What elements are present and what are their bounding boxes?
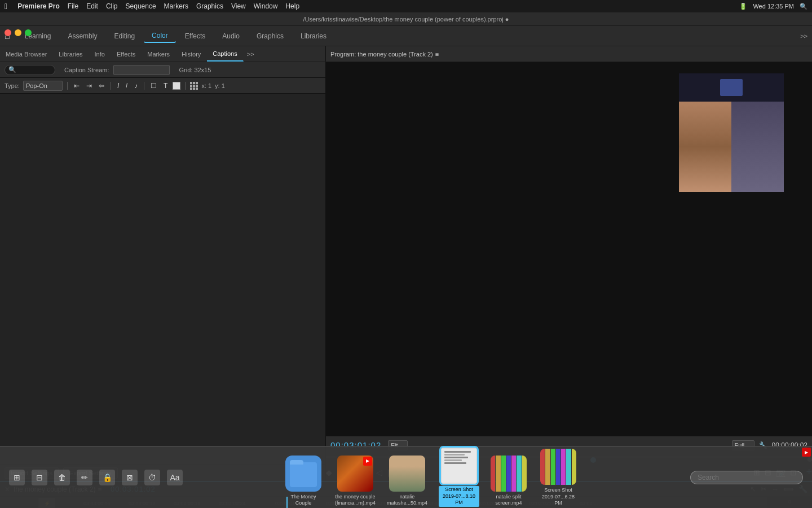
natalie-icon: ▶ <box>389 456 425 492</box>
finder-item-couple-video[interactable]: ▶ the money couple(financia...m).mp4 <box>335 456 376 507</box>
finder-icon-view[interactable]: ⊞ <box>9 470 25 485</box>
finder-item-folder[interactable]: The Money Couple <box>283 456 324 507</box>
tab-assembly[interactable]: Assembly <box>60 30 105 42</box>
align-right-btn[interactable]: ⇦ <box>97 81 106 90</box>
italic2-btn[interactable]: I <box>124 82 129 89</box>
finder-item-screenshot2[interactable]: Screen Shot2019-07...6.28 PM <box>538 449 579 507</box>
tab-libraries[interactable]: Libraries <box>293 30 334 42</box>
menu-window[interactable]: Window <box>254 2 278 10</box>
finder-timer[interactable]: ⏱ <box>144 470 160 485</box>
finder-item-split[interactable]: natalie splitscreen.mp4 <box>491 456 527 507</box>
tab-history[interactable]: History <box>176 46 207 62</box>
tab-media-browser[interactable]: Media Browser <box>0 46 53 62</box>
text-btn[interactable]: T <box>162 81 169 90</box>
natalie-label: nataliematushe...50.mp4 <box>387 494 427 507</box>
caption-content-area[interactable] <box>0 94 325 464</box>
menu-clip[interactable]: Clip <box>106 2 118 10</box>
battery-icon: 🔋 <box>739 3 747 10</box>
main-content: 🔍 Caption Stream: Grid: 32x15 Type: Pop-… <box>0 62 812 481</box>
finder-tools: ⊞ ⊟ 🗑 ✏ 🔒 ⊠ ⏱ Aa <box>9 470 183 485</box>
split-icon <box>491 456 527 492</box>
menu-sequence[interactable]: Sequence <box>126 2 156 10</box>
menu-markers[interactable]: Markers <box>164 2 188 10</box>
italic-btn[interactable]: I <box>116 81 121 90</box>
x-coord: x: 1 <box>201 82 211 89</box>
caption-search[interactable]: 🔍 <box>5 65 55 75</box>
video-people <box>679 102 784 192</box>
finder-items: The Money Couple ▶ the money couple(fina… <box>183 448 679 507</box>
tab-graphics[interactable]: Graphics <box>249 30 292 42</box>
finder-item-natalie[interactable]: ▶ nataliematushe...50.mp4 <box>387 456 427 507</box>
video-top-bar <box>679 73 784 102</box>
screenshot2-label: Screen Shot2019-07...6.28 PM <box>538 487 579 507</box>
finder-list-view[interactable]: ⊟ <box>32 470 47 485</box>
left-panel: 🔍 Caption Stream: Grid: 32x15 Type: Pop-… <box>0 62 326 481</box>
close-button[interactable] <box>5 29 11 36</box>
finder-search-input[interactable] <box>690 471 803 484</box>
right-panel-tabs: Program: the money couple (Track 2) ≡ <box>326 46 812 62</box>
screenshot2-icon <box>540 449 576 485</box>
screenshot-thumbnail <box>441 448 477 484</box>
titlebar: /Users/krisstinawise/Desktop/the money c… <box>0 12 812 26</box>
program-label: Program: the money couple (Track 2) <box>330 51 433 58</box>
finder-edit[interactable]: ✏ <box>77 470 92 485</box>
screenshot2-thumbnail <box>540 449 576 485</box>
y-coord: y: 1 <box>215 82 225 89</box>
panel-tabs-row: Media Browser Libraries Info Effects Mar… <box>0 46 812 62</box>
type-select[interactable]: Pop-On <box>23 81 63 91</box>
panel-expand-icon[interactable]: >> <box>244 51 258 58</box>
finder-lock[interactable]: 🔒 <box>99 470 115 485</box>
caption-toolbar: 🔍 Caption Stream: Grid: 32x15 <box>0 62 325 78</box>
align-center-btn[interactable]: ⇥ <box>85 81 94 90</box>
menu-file[interactable]: File <box>68 2 78 10</box>
screenshot-lines <box>443 450 475 481</box>
left-panel-tabs: Media Browser Libraries Info Effects Mar… <box>0 46 326 62</box>
spotlight-icon[interactable]: 🔍 <box>800 3 807 10</box>
music-btn[interactable]: ♪ <box>133 81 139 90</box>
align-left-btn[interactable]: ⇤ <box>72 81 81 90</box>
tab-captions[interactable]: Captions <box>207 46 243 62</box>
window-title: /Users/krisstinawise/Desktop/the money c… <box>303 16 509 23</box>
finder-bottom-bar: ⊞ ⊟ 🗑 ✏ 🔒 ⊠ ⏱ Aa The Money Couple ▶ the … <box>0 446 812 508</box>
tab-effects[interactable]: Effects <box>111 46 142 62</box>
type-label: Type: <box>5 82 20 89</box>
minimize-button[interactable] <box>15 29 21 36</box>
person-right <box>731 102 784 192</box>
app-name[interactable]: Premiere Pro <box>17 2 60 10</box>
menu-view[interactable]: View <box>231 2 246 10</box>
menubar-right: 🔋 Wed 12:35 PM 🔍 <box>739 3 807 10</box>
maximize-button[interactable] <box>25 29 32 36</box>
tab-markers[interactable]: Markers <box>142 46 176 62</box>
split-label: natalie splitscreen.mp4 <box>495 494 522 507</box>
box-btn[interactable]: ☐ <box>149 81 158 90</box>
workspace-more-icon[interactable]: >> <box>800 33 807 40</box>
finder-delete[interactable]: 🗑 <box>54 470 70 485</box>
finder-item-screenshot[interactable]: Screen Shot2019-07...8.10 PM <box>439 448 479 507</box>
folder-icon <box>285 456 321 492</box>
screenshot-icon <box>441 448 477 484</box>
caption-stream-select[interactable] <box>113 65 170 75</box>
grid-size-label: Grid: 32x15 <box>179 67 211 73</box>
couple-video-icon: ▶ <box>337 456 373 492</box>
finder-font[interactable]: Aa <box>167 470 183 485</box>
video-frame-inner <box>679 73 784 192</box>
couple-video-label: the money couple(financia...m).mp4 <box>335 494 376 507</box>
menu-help[interactable]: Help <box>285 2 299 10</box>
tab-info[interactable]: Info <box>89 46 111 62</box>
apple-menu[interactable]:  <box>5 2 7 11</box>
tab-audio[interactable]: Audio <box>214 30 248 42</box>
menu-graphics[interactable]: Graphics <box>196 2 223 10</box>
video-preview <box>326 62 812 436</box>
program-menu-icon[interactable]: ≡ <box>435 51 439 58</box>
video-frame <box>679 73 784 192</box>
tab-effects[interactable]: Effects <box>177 30 213 42</box>
color-swatch[interactable] <box>173 82 180 90</box>
menu-edit[interactable]: Edit <box>86 2 98 10</box>
tab-color[interactable]: Color <box>144 29 176 43</box>
split-thumbnail <box>491 456 527 492</box>
grid-position-icon[interactable] <box>190 82 198 90</box>
tab-libraries[interactable]: Libraries <box>53 46 89 62</box>
tab-editing[interactable]: Editing <box>106 30 143 42</box>
finder-grid[interactable]: ⊠ <box>122 470 138 485</box>
screenshot-label: Screen Shot2019-07...8.10 PM <box>439 486 479 507</box>
